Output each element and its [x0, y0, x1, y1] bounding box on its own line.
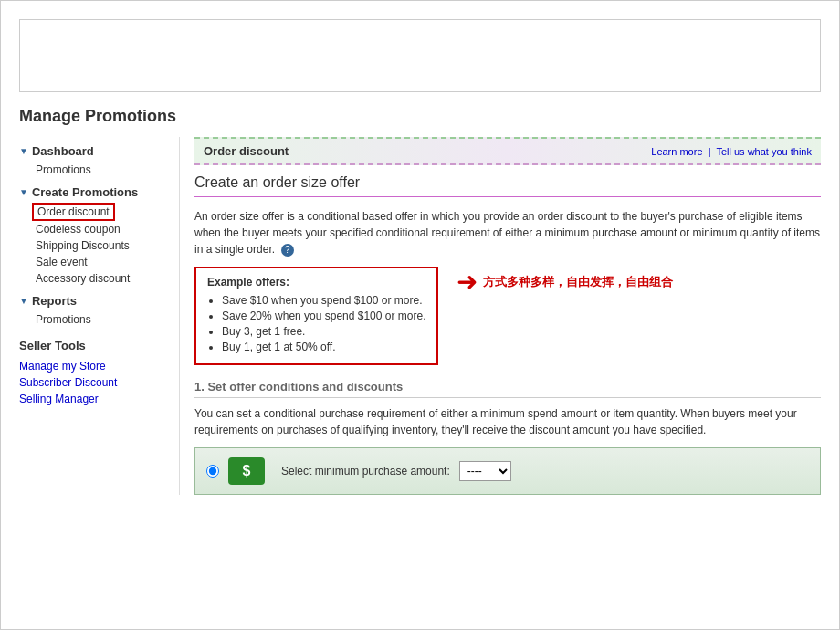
- sidebar-tools-title: Seller Tools: [19, 339, 179, 352]
- sidebar-tool-manage-store[interactable]: Manage my Store: [19, 358, 179, 374]
- sidebar-tool-selling-manager[interactable]: Selling Manager: [19, 391, 179, 407]
- section1-desc: You can set a conditional purchase requi…: [194, 405, 821, 438]
- sidebar-reports-items: Promotions: [19, 311, 179, 328]
- arrow-annotation: ➜ 方式多种多样，自由发挥，自由组合: [457, 267, 673, 297]
- sidebar-section-dashboard[interactable]: ▼ Dashboard: [19, 144, 179, 158]
- offer-input-row: Select minimum purchase amount: ---- $10…: [194, 447, 821, 495]
- sidebar-item-codeless-coupon[interactable]: Codeless coupon: [32, 221, 179, 237]
- sidebar-item-promotions-dash[interactable]: Promotions: [32, 162, 179, 178]
- example-box-title: Example offers:: [207, 276, 425, 289]
- top-banner: [19, 19, 821, 92]
- link-separator: |: [709, 146, 711, 157]
- example-box-wrapper: Example offers: Save $10 when you spend …: [194, 267, 821, 365]
- arrow-icon: ▼: [19, 146, 28, 156]
- content-header: Order discount Learn more | Tell us what…: [194, 137, 821, 165]
- list-item: Save $10 when you spend $100 or more.: [222, 294, 425, 307]
- sidebar-create-promotions-items: Order discount Codeless coupon Shipping …: [19, 203, 179, 287]
- arrow-icon-3: ▼: [19, 296, 28, 306]
- sidebar-tools-section: Seller Tools Manage my Store Subscriber …: [19, 339, 179, 407]
- learn-more-link[interactable]: Learn more: [651, 146, 702, 157]
- help-icon[interactable]: ?: [281, 244, 294, 257]
- content-area: Order discount Learn more | Tell us what…: [179, 137, 821, 495]
- annotation-text: 方式多种多样，自由发挥，自由组合: [483, 274, 673, 290]
- sidebar-section-create-promotions[interactable]: ▼ Create Promotions: [19, 185, 179, 199]
- sidebar-tool-subscriber-discount[interactable]: Subscriber Discount: [19, 374, 179, 391]
- content-main-title: Create an order size offer: [194, 174, 821, 197]
- page-wrapper: Manage Promotions ▼ Dashboard Promotions…: [0, 0, 840, 630]
- sidebar-section-label-2: Create Promotions: [32, 185, 138, 199]
- sidebar-item-accessory-discount[interactable]: Accessory discount: [32, 270, 179, 287]
- tell-us-link[interactable]: Tell us what you think: [716, 146, 812, 157]
- section1-header: 1. Set offer conditions and discounts: [194, 380, 821, 398]
- list-item: Save 20% when you spend $100 or more.: [222, 310, 425, 322]
- sidebar-dashboard-items: Promotions: [19, 162, 179, 178]
- sidebar-section-label-3: Reports: [32, 294, 77, 308]
- sidebar-item-promotions-report[interactable]: Promotions: [32, 311, 179, 328]
- sidebar-item-sale-event[interactable]: Sale event: [32, 254, 179, 270]
- sidebar: ▼ Dashboard Promotions ▼ Create Promotio…: [19, 137, 179, 495]
- content-header-title: Order discount: [204, 144, 289, 158]
- content-header-links: Learn more | Tell us what you think: [651, 146, 812, 157]
- sidebar-item-shipping-discounts[interactable]: Shipping Discounts: [32, 237, 179, 254]
- minimum-purchase-select[interactable]: ---- $10 $25 $50 $100: [459, 461, 511, 481]
- red-arrow-icon: ➜: [457, 267, 478, 297]
- sidebar-section-label: Dashboard: [32, 144, 94, 158]
- sidebar-section-reports[interactable]: ▼ Reports: [19, 294, 179, 308]
- list-item: Buy 3, get 1 free.: [222, 325, 425, 338]
- list-item: Buy 1, get 1 at 50% off.: [222, 341, 425, 353]
- page-title: Manage Promotions: [19, 107, 821, 126]
- sidebar-item-order-discount[interactable]: Order discount: [32, 203, 115, 221]
- arrow-icon-2: ▼: [19, 187, 28, 197]
- main-layout: ▼ Dashboard Promotions ▼ Create Promotio…: [19, 137, 821, 495]
- content-description: An order size offer is a conditional bas…: [194, 208, 821, 257]
- example-box-list: Save $10 when you spend $100 or more. Sa…: [207, 294, 425, 353]
- example-box: Example offers: Save $10 when you spend …: [194, 267, 438, 365]
- select-label: Select minimum purchase amount:: [281, 465, 450, 478]
- money-icon: [228, 457, 265, 485]
- radio-purchase-amount[interactable]: [206, 465, 219, 478]
